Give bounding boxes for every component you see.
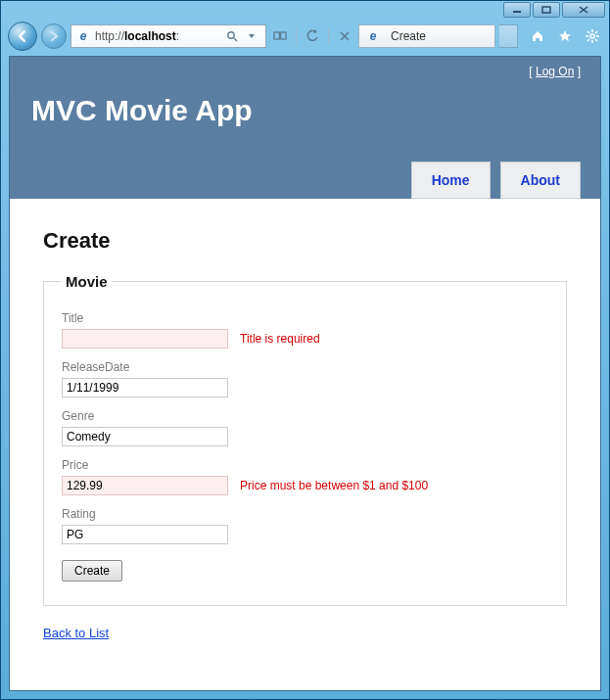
app-title: MVC Movie App <box>31 94 579 127</box>
svg-line-17 <box>595 31 597 33</box>
favorites-icon[interactable] <box>555 26 575 46</box>
url-prefix: http:// <box>95 29 124 43</box>
dropdown-icon[interactable] <box>242 26 261 46</box>
window-close-button[interactable] <box>562 2 605 18</box>
releasedate-label: ReleaseDate <box>62 360 548 374</box>
url-rest: : <box>176 29 179 43</box>
ie-logo-icon: e <box>75 28 91 44</box>
title-input[interactable] <box>62 329 228 349</box>
svg-line-5 <box>234 38 237 41</box>
back-button[interactable] <box>8 22 37 51</box>
home-icon[interactable] <box>528 26 547 46</box>
window-frame: e http://localhost: e Create <box>0 0 610 700</box>
menu-home[interactable]: Home <box>411 162 491 199</box>
title-validation-message: Title is required <box>240 332 320 346</box>
page-heading: Create <box>43 228 567 254</box>
price-input[interactable] <box>62 476 228 495</box>
movie-fieldset: Movie Title Title is required ReleaseDat… <box>43 273 567 606</box>
create-button[interactable]: Create <box>62 560 122 582</box>
browser-tab[interactable]: e Create <box>358 24 495 48</box>
rating-label: Rating <box>62 507 548 521</box>
svg-rect-1 <box>542 7 550 13</box>
browser-viewport: [ Log On ] MVC Movie App Home About Crea… <box>9 56 601 691</box>
toolbar-separator <box>296 27 297 45</box>
tools-icon[interactable] <box>583 26 602 46</box>
genre-label: Genre <box>62 409 548 423</box>
url-host: localhost <box>124 29 176 43</box>
tab-favicon-icon: e <box>365 28 381 44</box>
svg-line-18 <box>587 39 589 41</box>
svg-line-15 <box>587 31 589 33</box>
releasedate-input[interactable] <box>62 378 228 397</box>
rating-input[interactable] <box>62 525 228 544</box>
price-label: Price <box>62 458 548 472</box>
back-to-list-link[interactable]: Back to List <box>43 626 109 640</box>
genre-input[interactable] <box>62 427 228 446</box>
address-bar[interactable]: e http://localhost: <box>70 24 266 48</box>
url-text: http://localhost: <box>95 29 222 43</box>
app-header: [ Log On ] MVC Movie App Home About <box>10 57 600 199</box>
stop-icon[interactable] <box>335 26 354 46</box>
browser-toolbar: e http://localhost: e Create <box>8 21 602 52</box>
svg-line-16 <box>595 39 597 41</box>
logon-bracket-right: ] <box>574 65 581 78</box>
tab-title: Create <box>391 29 426 43</box>
main-menu: Home About <box>411 162 581 199</box>
menu-about[interactable]: About <box>500 162 581 199</box>
logon-bracket-left: [ <box>529 65 536 78</box>
page-body: Create Movie Title Title is required Rel… <box>10 199 600 661</box>
forward-button[interactable] <box>41 23 67 49</box>
compat-view-icon[interactable] <box>270 26 290 46</box>
search-icon[interactable] <box>222 26 242 46</box>
new-tab-area[interactable] <box>499 24 518 48</box>
toolbar-separator <box>328 27 329 45</box>
svg-point-10 <box>590 34 594 38</box>
svg-point-4 <box>228 32 234 38</box>
browser-right-tools <box>528 26 602 46</box>
logon-display: [ Log On ] <box>529 65 581 78</box>
fieldset-legend: Movie <box>62 273 112 290</box>
window-maximize-button[interactable] <box>533 2 560 18</box>
refresh-icon[interactable] <box>303 26 322 46</box>
window-title-bar <box>1 1 609 21</box>
title-label: Title <box>62 311 548 325</box>
window-minimize-button[interactable] <box>503 2 531 18</box>
price-validation-message: Price must be between $1 and $100 <box>240 479 428 492</box>
logon-link[interactable]: Log On <box>536 65 574 78</box>
